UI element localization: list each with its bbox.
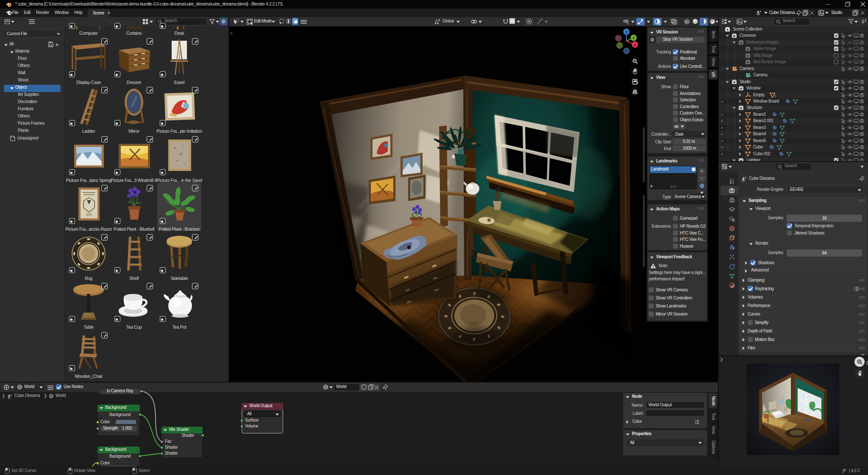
svg-text:Y: Y bbox=[632, 36, 635, 40]
svg-text:X: X bbox=[634, 43, 636, 47]
svg-text:Z: Z bbox=[625, 30, 628, 34]
